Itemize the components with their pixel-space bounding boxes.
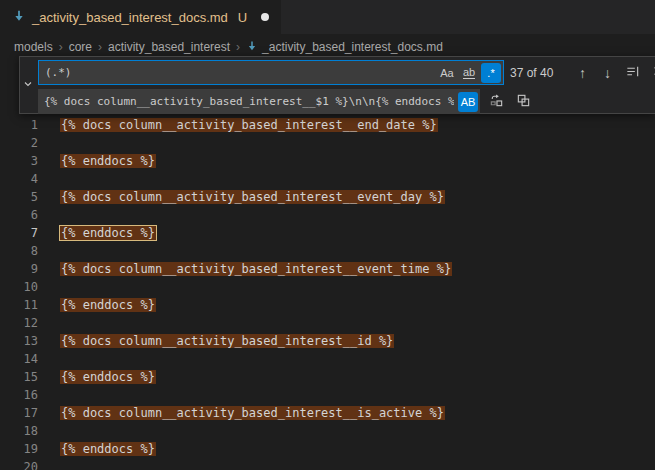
editor-line[interactable]: 3{% enddocs %} (0, 152, 655, 170)
editor-line[interactable]: 13{% docs column__activity_based_interes… (0, 332, 655, 350)
find-widget: (.*) Aa ab .* 37 of 40 ↑ ↓ (19, 56, 655, 114)
line-number: 20 (0, 458, 38, 470)
line-content: {% enddocs %} (60, 152, 156, 170)
line-number: 6 (0, 206, 38, 224)
editor-line[interactable]: 5{% docs column__activity_based_interest… (0, 188, 655, 206)
find-match: {% docs column__activity_based_interest_… (60, 262, 452, 276)
tab-bar: _activity_based_interest_docs.md U (0, 0, 655, 34)
results-count: 37 of 40 (510, 66, 566, 80)
replace-all-button[interactable] (513, 91, 534, 112)
markdown-icon (246, 40, 258, 55)
line-number: 19 (0, 440, 38, 458)
line-content: {% docs column__activity_based_interest_… (60, 188, 445, 206)
editor-lines: 1{% docs column__activity_based_interest… (0, 116, 655, 470)
line-content: {% docs column__activity_based_interest_… (60, 116, 438, 134)
breadcrumb-item-activity-based-interest[interactable]: activity_based_interest (108, 40, 230, 54)
line-number: 16 (0, 386, 38, 404)
line-number: 14 (0, 350, 38, 368)
line-content: {% docs column__activity_based_interest_… (60, 260, 452, 278)
line-number: 11 (0, 296, 38, 314)
line-content: {% docs column__activity_based_interest_… (60, 404, 445, 422)
find-input-value: (.*) (45, 66, 433, 79)
find-match: {% enddocs %} (60, 298, 156, 312)
breadcrumb-item-models[interactable]: models (14, 40, 53, 54)
find-match: {% docs column__activity_based_interest_… (60, 406, 445, 420)
editor-line[interactable]: 15{% enddocs %} (0, 368, 655, 386)
replace-button[interactable] (486, 91, 507, 112)
find-match: {% enddocs %} (60, 370, 156, 384)
line-content: {% docs column__activity_based_interest_… (60, 332, 394, 350)
editor-line[interactable]: 14 (0, 350, 655, 368)
tab-active[interactable]: _activity_based_interest_docs.md U (0, 0, 281, 34)
editor-line[interactable]: 19{% enddocs %} (0, 440, 655, 458)
preserve-case-toggle[interactable]: AB (458, 92, 478, 112)
find-row: (.*) Aa ab .* 37 of 40 ↑ ↓ (38, 60, 655, 85)
editor-line[interactable]: 7{% enddocs %} (0, 224, 655, 242)
dirty-indicator-icon[interactable] (261, 13, 269, 21)
editor[interactable]: 1{% docs column__activity_based_interest… (0, 60, 655, 470)
replace-row: {% docs column__activity_based_interest_… (38, 89, 655, 114)
find-match: {% docs column__activity_based_interest_… (60, 190, 445, 204)
line-number: 9 (0, 260, 38, 278)
find-match: {% enddocs %} (60, 154, 156, 168)
vscode-window: _activity_based_interest_docs.md U model… (0, 0, 655, 470)
markdown-icon (12, 9, 26, 26)
find-widget-rows: (.*) Aa ab .* 37 of 40 ↑ ↓ (36, 57, 655, 113)
editor-line[interactable]: 17{% docs column__activity_based_interes… (0, 404, 655, 422)
line-number: 18 (0, 422, 38, 440)
toggle-replace-button[interactable] (20, 57, 36, 113)
breadcrumb-separator: › (59, 40, 63, 54)
close-find-button[interactable] (647, 62, 655, 83)
replace-input[interactable]: {% docs column__activity_based_interest_… (38, 89, 480, 114)
breadcrumb-item-file[interactable]: _activity_based_interest_docs.md (246, 40, 443, 55)
line-number: 3 (0, 152, 38, 170)
line-number: 8 (0, 242, 38, 260)
replace-option-toggles: AB (458, 92, 478, 112)
line-number: 7 (0, 224, 38, 242)
replace-all-icon (516, 93, 531, 111)
line-number: 10 (0, 278, 38, 296)
editor-line[interactable]: 20 (0, 458, 655, 470)
breadcrumb-file-label: _activity_based_interest_docs.md (262, 40, 443, 54)
line-number: 4 (0, 170, 38, 188)
breadcrumb-separator: › (236, 40, 240, 54)
editor-line[interactable]: 4 (0, 170, 655, 188)
tab-title: _activity_based_interest_docs.md (32, 10, 228, 25)
editor-line[interactable]: 1{% docs column__activity_based_interest… (0, 116, 655, 134)
arrow-up-icon: ↑ (579, 65, 586, 81)
editor-line[interactable]: 11{% enddocs %} (0, 296, 655, 314)
editor-line[interactable]: 2 (0, 134, 655, 152)
line-number: 13 (0, 332, 38, 350)
line-number: 15 (0, 368, 38, 386)
editor-line[interactable]: 8 (0, 242, 655, 260)
find-in-selection-icon (625, 64, 640, 82)
breadcrumb-item-core[interactable]: core (69, 40, 92, 54)
find-nav-icons: ↑ ↓ (572, 62, 655, 83)
line-content: {% enddocs %} (60, 368, 156, 386)
editor-line[interactable]: 9{% docs column__activity_based_interest… (0, 260, 655, 278)
editor-line[interactable]: 6 (0, 206, 655, 224)
whole-word-toggle[interactable]: ab (459, 63, 479, 83)
line-number: 2 (0, 134, 38, 152)
find-input[interactable]: (.*) Aa ab .* (38, 60, 504, 85)
close-icon (651, 64, 655, 81)
line-content: {% enddocs %} (60, 296, 156, 314)
current-find-match: {% enddocs %} (60, 226, 156, 240)
replace-input-value: {% docs column__activity_based_interest_… (44, 95, 454, 108)
editor-line[interactable]: 10 (0, 278, 655, 296)
line-number: 12 (0, 314, 38, 332)
git-status-badge: U (238, 10, 247, 25)
line-content: {% enddocs %} (60, 224, 156, 242)
editor-line[interactable]: 18 (0, 422, 655, 440)
whole-word-label: ab (463, 67, 475, 79)
editor-line[interactable]: 12 (0, 314, 655, 332)
chevron-down-icon (22, 76, 34, 94)
previous-match-button[interactable]: ↑ (572, 62, 593, 83)
find-in-selection-button[interactable] (622, 62, 643, 83)
regex-toggle[interactable]: .* (481, 63, 501, 83)
editor-line[interactable]: 16 (0, 386, 655, 404)
find-option-toggles: Aa ab .* (437, 63, 501, 83)
find-match: {% docs column__activity_based_interest_… (60, 334, 394, 348)
match-case-toggle[interactable]: Aa (437, 63, 457, 83)
next-match-button[interactable]: ↓ (597, 62, 618, 83)
